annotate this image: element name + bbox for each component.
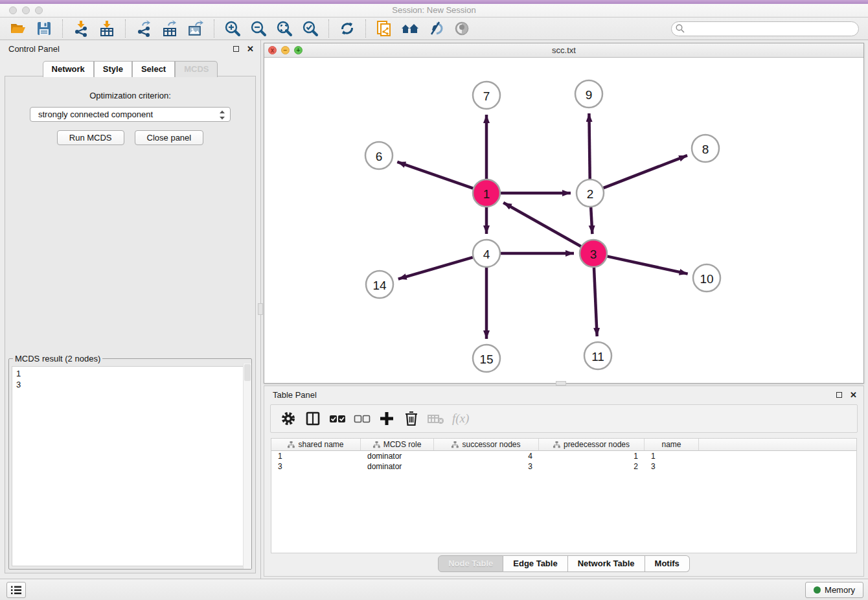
network-minimize-icon[interactable]: − <box>281 46 290 54</box>
table-cell[interactable]: 3 <box>434 461 539 472</box>
delete-icon[interactable] <box>402 409 421 428</box>
criterion-dropdown[interactable]: strongly connected component <box>30 107 231 122</box>
svg-text:7: 7 <box>483 89 490 103</box>
node-table: shared nameMCDS rolesuccessor nodesprede… <box>271 438 857 553</box>
table-row[interactable]: 1dominator411 <box>271 451 856 461</box>
svg-text:8: 8 <box>702 143 709 156</box>
node-9[interactable]: 9 <box>575 80 602 108</box>
network-maximize-icon[interactable]: + <box>294 46 303 54</box>
tab-node-table[interactable]: Node Table <box>438 555 503 572</box>
divider-handle-horizontal[interactable] <box>556 381 566 386</box>
clone-network-icon[interactable] <box>374 19 394 38</box>
search-input[interactable] <box>671 21 859 36</box>
svg-text:6: 6 <box>376 150 383 163</box>
node-7[interactable]: 7 <box>473 82 500 109</box>
export-table-icon[interactable] <box>160 19 179 38</box>
column-header-shared-name[interactable]: shared name <box>271 439 361 450</box>
control-panel-tabs: NetworkStyleSelectMCDS <box>0 61 260 77</box>
settings-icon[interactable] <box>279 409 298 428</box>
edge-1-6[interactable] <box>397 162 473 189</box>
add-icon[interactable] <box>377 409 396 428</box>
control-panel-close-icon[interactable]: ✕ <box>247 44 254 54</box>
search-icon <box>676 24 685 33</box>
tab-mcds[interactable]: MCDS <box>175 61 218 77</box>
column-header-name[interactable]: name <box>645 439 699 450</box>
edge-3-1[interactable] <box>503 203 581 246</box>
svg-text:3: 3 <box>590 248 597 261</box>
edge-2-8[interactable] <box>604 156 688 188</box>
columns-icon[interactable] <box>303 409 323 428</box>
task-history-button[interactable] <box>6 582 26 598</box>
hide-toggle-icon[interactable] <box>452 19 472 38</box>
export-image-icon[interactable] <box>186 19 205 38</box>
column-header-MCDS-role[interactable]: MCDS role <box>361 439 434 450</box>
table-panel-float-icon[interactable] <box>836 392 842 398</box>
home-icon[interactable] <box>400 19 420 38</box>
edge-3-11[interactable] <box>594 268 597 336</box>
network-canvas[interactable]: 7968124314101511 <box>264 58 863 383</box>
delete-table-icon[interactable] <box>426 409 446 428</box>
table-cell[interactable]: dominator <box>361 461 434 472</box>
tab-select[interactable]: Select <box>132 61 175 77</box>
save-session-icon[interactable] <box>34 19 54 38</box>
node-10[interactable]: 10 <box>693 264 720 292</box>
network-close-icon[interactable]: x <box>268 46 277 54</box>
deselect-all-icon[interactable] <box>352 409 372 428</box>
column-header-label: name <box>661 440 681 449</box>
node-11[interactable]: 11 <box>584 342 611 369</box>
table-cell[interactable]: 4 <box>434 451 539 461</box>
control-panel-float-icon[interactable] <box>233 46 239 52</box>
select-all-icon[interactable] <box>328 409 347 428</box>
column-header-predecessor-nodes[interactable]: predecessor nodes <box>539 439 645 450</box>
edge-2-3[interactable] <box>591 207 592 234</box>
style-toggle-icon[interactable] <box>426 19 446 38</box>
table-cell[interactable]: 3 <box>271 461 361 472</box>
refresh-icon[interactable] <box>337 19 357 38</box>
mcds-result-box: MCDS result (2 nodes) 1 3 <box>8 354 252 570</box>
table-cell[interactable]: 3 <box>645 461 699 472</box>
table-cell[interactable]: 1 <box>271 451 361 461</box>
zoom-fit-icon[interactable] <box>275 19 294 38</box>
close-panel-button[interactable]: Close panel <box>135 130 204 145</box>
mcds-result-text[interactable]: 1 3 <box>12 366 249 566</box>
node-8[interactable]: 8 <box>692 135 719 162</box>
zoom-out-icon[interactable] <box>249 19 268 38</box>
edge-4-14[interactable] <box>398 257 473 279</box>
tab-network[interactable]: Network <box>43 61 94 77</box>
column-header-label: MCDS role <box>383 440 422 449</box>
zoom-in-icon[interactable] <box>223 19 242 38</box>
node-2[interactable]: 2 <box>577 179 604 207</box>
table-cell[interactable]: 1 <box>645 451 699 461</box>
node-1[interactable]: 1 <box>473 179 500 207</box>
memory-button[interactable]: Memory <box>805 582 863 598</box>
tab-network-table[interactable]: Network Table <box>568 555 645 572</box>
tab-style[interactable]: Style <box>94 61 132 77</box>
node-3[interactable]: 3 <box>580 240 607 267</box>
attribute-icon <box>373 441 380 448</box>
open-session-icon[interactable] <box>8 19 28 38</box>
table-cell[interactable]: dominator <box>361 451 434 461</box>
divider-handle-vertical[interactable] <box>258 303 263 315</box>
edge-2-9[interactable] <box>589 113 589 179</box>
node-15[interactable]: 15 <box>473 345 500 372</box>
zoom-selected-icon[interactable] <box>301 19 320 38</box>
tab-motifs[interactable]: Motifs <box>645 555 690 572</box>
table-cell[interactable]: 1 <box>539 451 645 461</box>
export-network-icon[interactable] <box>134 19 154 38</box>
import-table-icon[interactable] <box>97 19 117 38</box>
result-scrollbar[interactable] <box>243 363 251 569</box>
tab-edge-table[interactable]: Edge Table <box>503 555 567 572</box>
column-header-successor-nodes[interactable]: successor nodes <box>434 439 539 450</box>
table-panel-close-icon[interactable]: ✕ <box>850 390 857 400</box>
node-14[interactable]: 14 <box>366 271 393 298</box>
table-cell[interactable]: 2 <box>539 461 645 472</box>
network-window-titlebar[interactable]: x − + scc.txt <box>264 43 863 58</box>
run-mcds-button[interactable]: Run MCDS <box>57 130 124 145</box>
network-graph[interactable]: 7968124314101511 <box>264 58 863 383</box>
function-builder-icon[interactable]: f(x) <box>452 411 469 426</box>
edge-3-10[interactable] <box>607 257 687 274</box>
node-4[interactable]: 4 <box>473 240 500 267</box>
import-network-icon[interactable] <box>71 19 91 38</box>
table-row[interactable]: 3dominator323 <box>271 461 856 472</box>
node-6[interactable]: 6 <box>365 142 393 169</box>
